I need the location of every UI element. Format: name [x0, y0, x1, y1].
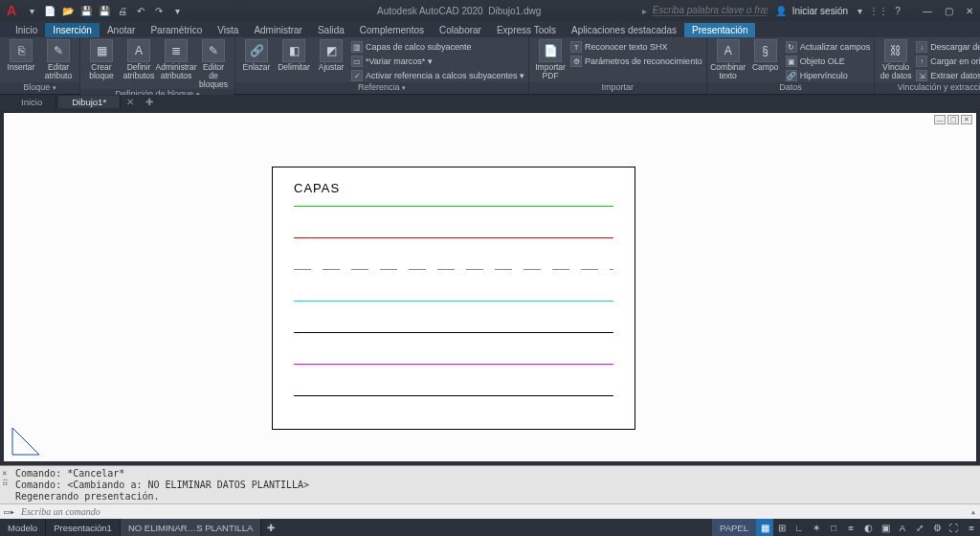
- ribbon-tab-inicio[interactable]: Inicio: [8, 23, 45, 37]
- ribbon-tab-aplicaciones-destacadas[interactable]: Aplicaciones destacadas: [564, 23, 684, 37]
- ribbon-button-insertar[interactable]: ⎘Insertar: [4, 39, 38, 72]
- ribbon-tab-salida[interactable]: Salida: [310, 23, 352, 37]
- ribbon-button-crear-bloque[interactable]: ▦Crearbloque: [84, 39, 119, 80]
- lineweight-icon[interactable]: ≡: [842, 519, 859, 536]
- panel-title[interactable]: Referencia: [235, 82, 528, 94]
- ribbon-button-combinar-texto[interactable]: ACombinartexto: [711, 39, 746, 80]
- ribbon-tab-presentación[interactable]: Presentación: [684, 23, 755, 37]
- ribbon-button-administrar-atributos[interactable]: ≣Administraratributos: [159, 39, 193, 80]
- ribbon-item-par-metros-de-reconocimiento[interactable]: ⚙Parámetros de reconocimiento: [570, 55, 702, 68]
- saveas-icon[interactable]: 💾: [96, 2, 113, 19]
- plot-icon[interactable]: 🖨: [114, 2, 131, 19]
- redo-icon[interactable]: ↷: [150, 2, 167, 19]
- vp-close-icon[interactable]: ✕: [961, 115, 972, 124]
- scale-icon[interactable]: ⤢: [911, 519, 928, 536]
- file-tab-dibujo1-[interactable]: Dibujo1*: [58, 96, 121, 108]
- ribbon-item-extraer-datos[interactable]: ⇲Extraer datos: [916, 69, 980, 82]
- ribbon-tab-inserción[interactable]: Inserción: [45, 23, 100, 37]
- combinar-texto-icon: A: [717, 39, 740, 62]
- ribbon-button-editar-atributo[interactable]: ✎Editaratributo: [41, 39, 76, 80]
- ribbon-tabs: InicioInserciónAnotarParamétricoVistaAdm…: [0, 21, 980, 37]
- polar-icon[interactable]: ✶: [808, 519, 825, 536]
- file-tab-add-icon[interactable]: ✚: [140, 97, 159, 107]
- ribbon-item-hiperv-nculo[interactable]: 🔗Hipervínculo: [786, 69, 871, 82]
- annoscale-icon[interactable]: A: [894, 519, 911, 536]
- search-input[interactable]: [653, 5, 768, 16]
- ribbon-item-actualizar-campos[interactable]: ↻Actualizar campos: [786, 40, 871, 54]
- drawing-area[interactable]: — ▢ ✕ CAPAS: [0, 109, 980, 465]
- definir-atributos-icon: A: [127, 39, 150, 62]
- layout-tab-presentaci-n1[interactable]: Presentación1: [46, 519, 121, 536]
- ribbon-item-descargar-de-origen[interactable]: ↓Descargar de origen: [916, 40, 980, 54]
- cmd-handle-icon[interactable]: ⠿: [2, 478, 9, 489]
- fullscreen-icon[interactable]: ⛶: [946, 519, 963, 536]
- ribbon-button-enlazar[interactable]: 🔗Enlazar: [239, 39, 274, 72]
- ribbon-tab-colaborar[interactable]: Colaborar: [432, 23, 489, 37]
- crear-bloque-icon: ▦: [90, 39, 113, 62]
- layout-tab-no-eliminar-s-plantilla[interactable]: NO ELIMINAR…S PLANTILLA: [121, 519, 261, 536]
- ribbon-tab-express-tools[interactable]: Express Tools: [489, 23, 564, 37]
- ribbon-button-ajustar[interactable]: ◩Ajustar: [314, 39, 348, 72]
- ribbon-button-definir-atributos[interactable]: ADefiniratributos: [122, 39, 156, 80]
- dropdown-icon[interactable]: ▾: [852, 3, 867, 18]
- ribbon-item-cargar-en-origen[interactable]: ↑Cargar en origen: [916, 55, 980, 68]
- panel-title[interactable]: Datos: [707, 82, 875, 94]
- ribbon-tab-anotar[interactable]: Anotar: [100, 23, 143, 37]
- maximize-button[interactable]: ▢: [938, 2, 959, 19]
- administrar-atributos-icon: ≣: [165, 39, 188, 62]
- qat-more-icon[interactable]: ▾: [168, 2, 186, 19]
- ribbon-button-delimitar[interactable]: ◧Delimitar: [277, 39, 311, 72]
- ribbon-tab-complementos[interactable]: Complementos: [352, 23, 432, 37]
- minimize-button[interactable]: —: [917, 2, 938, 19]
- actualizar-campos-icon: ↻: [786, 41, 797, 53]
- ribbon-button-vínculo-de-datos[interactable]: ⛓Vínculode datos: [879, 39, 913, 80]
- panel-title[interactable]: Bloque: [0, 82, 79, 94]
- ribbon-item-capas-de-calco-subyacente[interactable]: ▥Capas de calco subyacente: [351, 40, 524, 54]
- new-icon[interactable]: 📄: [41, 2, 58, 19]
- transparency-icon[interactable]: ◐: [859, 519, 877, 536]
- file-tab-inicio[interactable]: Inicio: [8, 96, 56, 108]
- layout-tab-modelo[interactable]: Modelo: [0, 519, 46, 536]
- cmd-expand-icon[interactable]: ▴: [970, 506, 976, 518]
- file-tabs: InicioDibujo1*✕✚: [0, 95, 980, 109]
- layer-line: [294, 301, 613, 302]
- panel-title[interactable]: Importar: [529, 82, 706, 94]
- gear-icon[interactable]: ⚙: [928, 519, 946, 536]
- help-icon[interactable]: ?: [890, 3, 905, 18]
- osnap-icon[interactable]: □: [825, 519, 842, 536]
- space-toggle[interactable]: PAPEL: [712, 519, 756, 536]
- ribbon-tab-paramétrico[interactable]: Paramétrico: [143, 23, 210, 37]
- reconocer-texto-shx-icon: T: [570, 41, 582, 53]
- ribbon-button-campo[interactable]: §Campo: [748, 39, 783, 72]
- apps-icon[interactable]: ⋮⋮: [871, 3, 886, 18]
- ribbon-button-importar-pdf[interactable]: 📄ImportarPDF: [533, 39, 568, 80]
- open-icon[interactable]: 📂: [59, 2, 77, 19]
- grid-icon[interactable]: ▦: [756, 519, 773, 536]
- ribbon-item-objeto-ole[interactable]: ▣Objeto OLE: [786, 55, 871, 68]
- ribbon-item--variar-marcos-[interactable]: ▭*Variar marcos* ▾: [351, 55, 524, 68]
- help-search[interactable]: ▸: [642, 5, 768, 16]
- signin-label[interactable]: Iniciar sesión: [792, 6, 848, 16]
- ribbon-item-activar-referencia-a-calcos-subyacentes[interactable]: ✓Activar referencia a calcos subyacentes…: [351, 69, 524, 82]
- vp-max-icon[interactable]: ▢: [947, 115, 959, 124]
- ribbon-button-editor-de-bloques[interactable]: ✎Editorde bloques: [196, 39, 231, 89]
- command-input[interactable]: [21, 506, 965, 517]
- -variar-marcos--icon: ▭: [351, 56, 363, 67]
- layout-add-icon[interactable]: ✚: [261, 519, 280, 536]
- customize-icon[interactable]: ≡: [963, 519, 980, 536]
- user-icon[interactable]: 👤: [773, 3, 789, 18]
- snap-icon[interactable]: ⊞: [773, 519, 791, 536]
- qat-menu-icon[interactable]: ▾: [23, 2, 40, 19]
- panel-title[interactable]: Vinculación y extracción: [875, 82, 980, 94]
- ortho-icon[interactable]: ∟: [791, 519, 808, 536]
- ribbon-tab-administrar[interactable]: Administrar: [246, 23, 310, 37]
- ribbon-item-reconocer-texto-shx[interactable]: TReconocer texto SHX: [570, 40, 702, 54]
- paper-space[interactable]: — ▢ ✕ CAPAS: [4, 113, 976, 461]
- ribbon-tab-vista[interactable]: Vista: [210, 23, 246, 37]
- file-tab-close-icon[interactable]: ✕: [122, 97, 138, 107]
- selection-icon[interactable]: ▣: [877, 519, 894, 536]
- vp-min-icon[interactable]: —: [934, 115, 946, 124]
- undo-icon[interactable]: ↶: [132, 2, 149, 19]
- close-button[interactable]: ✕: [959, 2, 980, 19]
- save-icon[interactable]: 💾: [78, 2, 95, 19]
